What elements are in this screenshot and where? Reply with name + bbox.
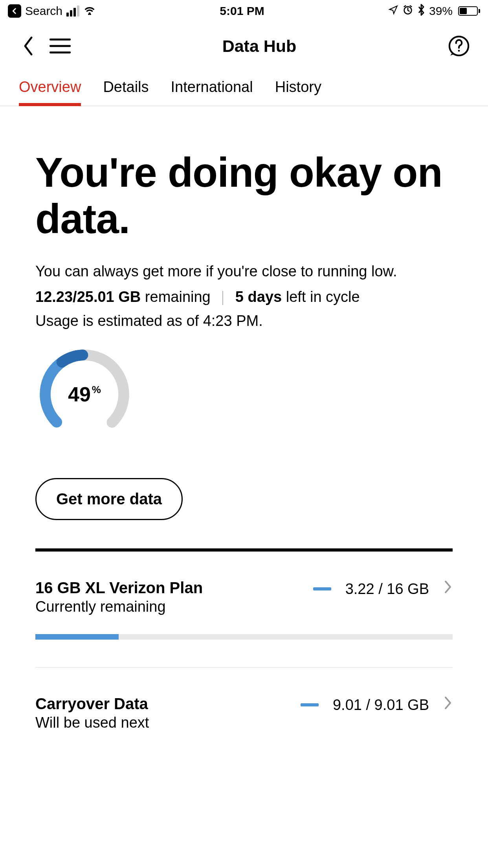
plan-progress-fill [35, 634, 119, 640]
battery-percent: 39% [429, 4, 453, 18]
section-divider [35, 548, 453, 552]
status-bar: Search 5:01 PM 39% [0, 0, 488, 22]
gauge-percent-symbol: % [92, 384, 101, 396]
divider-icon [222, 291, 223, 305]
gauge-percent-value: 49 [68, 383, 91, 406]
page-title: Data Hub [222, 37, 297, 56]
bluetooth-icon [417, 4, 425, 18]
back-to-app-icon[interactable] [8, 4, 21, 18]
remaining-label: remaining [141, 289, 210, 305]
alarm-icon [402, 4, 413, 18]
back-to-app-label[interactable]: Search [25, 4, 62, 18]
tab-overview[interactable]: Overview [19, 73, 81, 106]
plan-subtitle: Will be used next [35, 714, 301, 731]
usage-summary: 12.23/25.01 GB remaining 5 days left in … [35, 289, 453, 305]
plan-title: Carryover Data [35, 695, 301, 713]
battery-icon [457, 6, 480, 16]
get-more-data-button[interactable]: Get more data [35, 478, 183, 520]
usage-estimate-note: Usage is estimated as of 4:23 PM. [35, 313, 453, 329]
svg-point-3 [458, 50, 460, 52]
tab-bar: Overview Details International History [0, 73, 488, 106]
help-button[interactable] [448, 35, 470, 57]
wifi-icon [83, 4, 96, 18]
tab-label: History [275, 79, 321, 95]
data-remaining-gauge: 49% [35, 345, 134, 443]
plan-row[interactable]: 16 GB XL Verizon Plan Currently remainin… [35, 552, 453, 668]
days-label: left in cycle [282, 289, 360, 305]
status-right: 39% [388, 4, 480, 18]
hero-subtitle: You can always get more if you're close … [35, 261, 453, 281]
plan-value: 9.01 / 9.01 GB [333, 697, 429, 714]
gauge-percent-label: 49% [35, 345, 134, 443]
plan-progress-bar [35, 634, 453, 640]
status-time: 5:01 PM [220, 4, 264, 18]
main-content: You're doing okay on data. You can alway… [0, 106, 488, 731]
tab-international[interactable]: International [171, 73, 253, 106]
hero-title: You're doing okay on data. [35, 149, 453, 242]
chevron-right-icon [443, 695, 453, 715]
location-icon [388, 4, 398, 18]
tab-label: Overview [19, 79, 81, 95]
status-left: Search [8, 4, 96, 18]
tab-details[interactable]: Details [103, 73, 149, 106]
legend-swatch-icon [313, 587, 331, 590]
plan-value: 3.22 / 16 GB [345, 581, 429, 598]
remaining-value: 12.23/25.01 GB [35, 289, 141, 305]
svg-point-0 [88, 13, 90, 15]
cellular-signal-icon [66, 6, 79, 17]
tab-label: Details [103, 79, 149, 95]
cta-label: Get more data [56, 490, 162, 508]
plan-row[interactable]: Carryover Data Will be used next 9.01 / … [35, 668, 453, 731]
plan-subtitle: Currently remaining [35, 598, 313, 615]
plan-title: 16 GB XL Verizon Plan [35, 579, 313, 597]
menu-button[interactable] [49, 37, 71, 55]
app-header: Data Hub [0, 22, 488, 73]
tab-label: International [171, 79, 253, 95]
back-button[interactable] [22, 35, 35, 57]
days-value: 5 days [235, 289, 282, 305]
chevron-right-icon [443, 579, 453, 599]
legend-swatch-icon [301, 703, 319, 706]
tab-history[interactable]: History [275, 73, 321, 106]
